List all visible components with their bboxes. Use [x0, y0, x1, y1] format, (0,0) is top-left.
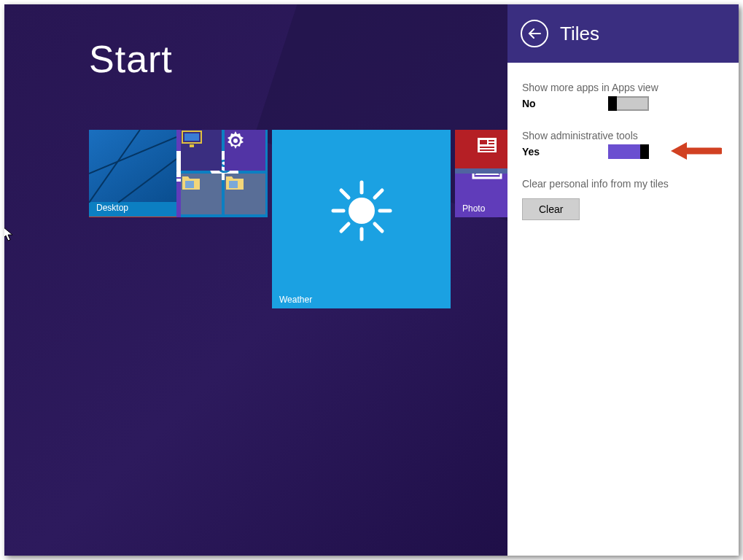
setting-admin-tools: Show administrative tools Yes	[522, 130, 724, 159]
desktop-icon	[89, 130, 176, 202]
start-screen: Start Mail	[4, 4, 507, 556]
setting-admin-tools-value: Yes	[522, 146, 588, 158]
start-title: Start	[89, 37, 173, 81]
setting-clear-info: Clear personal info from my tiles Clear	[522, 178, 724, 220]
tile-weather-label: Weather	[279, 295, 312, 305]
setting-more-apps-value: No	[522, 98, 588, 109]
monitor-icon	[181, 130, 222, 152]
svg-rect-39	[480, 140, 487, 144]
settings-panel: Tiles Show more apps in Apps view No Sho…	[507, 4, 739, 556]
svg-rect-35	[190, 144, 194, 147]
svg-line-27	[375, 190, 382, 198]
svg-line-26	[341, 224, 349, 231]
setting-more-apps: Show more apps in Apps view No	[522, 82, 724, 111]
setting-clear-info-caption: Clear personal info from my tiles	[522, 178, 724, 190]
svg-rect-42	[480, 147, 494, 148]
panel-title: Tiles	[560, 23, 599, 45]
clear-button[interactable]: Clear	[522, 198, 580, 220]
cursor-icon	[4, 226, 15, 242]
folder-icon	[181, 174, 222, 194]
tile-photos-label: Photo	[462, 203, 485, 214]
svg-rect-41	[489, 143, 494, 144]
svg-line-25	[375, 224, 382, 231]
tile-settings[interactable]	[225, 130, 265, 171]
back-button[interactable]	[521, 20, 548, 47]
tile-desktop-label: Desktop	[96, 203, 128, 213]
svg-rect-37	[229, 181, 238, 188]
svg-rect-34	[184, 133, 199, 141]
svg-line-24	[341, 190, 349, 198]
gear-icon	[225, 130, 265, 155]
svg-rect-43	[480, 149, 494, 151]
svg-rect-36	[185, 181, 194, 188]
svg-line-32	[118, 159, 176, 203]
tile-news[interactable]	[455, 130, 507, 168]
sun-icon	[272, 130, 451, 291]
arrow-left-icon	[528, 28, 541, 39]
tile-folder-2[interactable]	[225, 174, 265, 214]
panel-body: Show more apps in Apps view No Show admi…	[507, 63, 739, 220]
tile-weather[interactable]: Weather	[272, 130, 451, 308]
toggle-more-apps[interactable]	[608, 96, 649, 111]
svg-point-19	[349, 198, 375, 224]
small-tile-group-1	[181, 130, 268, 214]
svg-rect-40	[489, 140, 494, 141]
tile-folder-1[interactable]	[181, 174, 222, 214]
setting-admin-tools-caption: Show administrative tools	[522, 130, 724, 141]
folder-icon	[225, 174, 265, 194]
tile-pc-settings[interactable]	[181, 130, 222, 171]
toggle-admin-tools[interactable]	[608, 144, 649, 159]
setting-more-apps-caption: Show more apps in Apps view	[522, 82, 724, 93]
tile-desktop[interactable]: Desktop	[89, 130, 176, 217]
news-icon	[455, 130, 507, 154]
panel-header: Tiles	[507, 4, 739, 63]
